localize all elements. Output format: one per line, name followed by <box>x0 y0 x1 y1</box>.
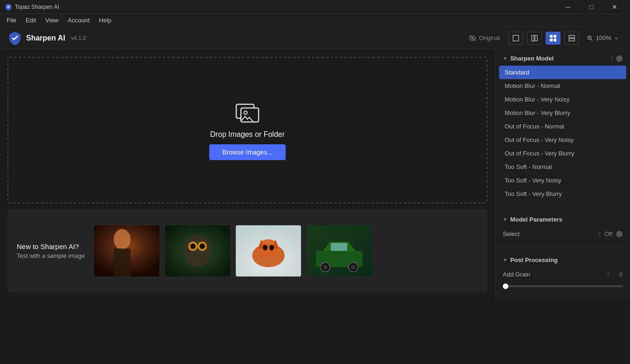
svg-point-32 <box>263 245 267 250</box>
sharpen-model-arrow: ▼ <box>503 56 507 61</box>
add-grain-slider-row <box>495 282 630 291</box>
model-item-motion-blur-very-blurry[interactable]: Motion Blur - Very Blurry <box>499 106 626 120</box>
add-grain-param-row: Add Grain ? 0 <box>495 267 630 282</box>
svg-point-39 <box>323 265 328 270</box>
svg-rect-7 <box>550 39 553 41</box>
svg-rect-20 <box>114 249 130 276</box>
sample-image-person[interactable] <box>94 225 159 276</box>
menu-item-edit[interactable]: Edit <box>21 15 41 26</box>
select-param-row: Select ? Off <box>495 227 630 241</box>
app-name: Sharpen AI <box>26 34 65 42</box>
svg-rect-5 <box>550 35 553 38</box>
model-parameters-title: Model Parameters <box>510 216 623 223</box>
menubar: FileEditViewAccountHelp <box>0 14 630 27</box>
browse-images-button[interactable]: Browse Images... <box>209 144 286 160</box>
original-view-button[interactable]: Original <box>464 33 505 44</box>
add-grain-value: 0 <box>613 271 623 278</box>
sample-images-bar: New to Sharpen AI? Test with a sample im… <box>7 209 487 293</box>
menu-item-help[interactable]: Help <box>94 15 116 26</box>
sidebar: ▼ Sharpen Model ? StandardMotion Blur - … <box>495 49 630 300</box>
menu-item-file[interactable]: File <box>2 15 21 26</box>
select-toggle[interactable] <box>616 231 623 237</box>
menu-item-account[interactable]: Account <box>63 15 94 26</box>
sample-image-fox[interactable] <box>236 225 301 276</box>
logo-icon <box>7 31 22 46</box>
model-parameters-header[interactable]: ▼ Model Parameters <box>495 212 630 227</box>
window-controls: ─ □ ✕ <box>557 0 625 14</box>
app-version: v4.1.0 <box>71 35 86 41</box>
zoom-icon <box>587 35 593 41</box>
view-single-button[interactable] <box>508 32 523 45</box>
view-split-button[interactable] <box>527 32 542 45</box>
model-parameters-arrow: ▼ <box>503 217 507 222</box>
sample-subtitle: Test with a sample image <box>17 252 85 259</box>
select-help[interactable]: ? <box>598 231 601 237</box>
svg-point-25 <box>190 243 196 249</box>
svg-rect-3 <box>532 35 534 41</box>
minimize-button[interactable]: ─ <box>557 0 579 14</box>
model-list: StandardMotion Blur - NormalMotion Blur … <box>495 66 630 201</box>
zoom-control[interactable]: 100% <box>583 33 623 43</box>
model-item-standard[interactable]: Standard <box>499 66 626 79</box>
chevron-down-icon <box>614 36 619 40</box>
app-icon <box>5 3 12 11</box>
svg-rect-4 <box>535 35 537 41</box>
sharpen-model-title: Sharpen Model <box>510 55 608 62</box>
sample-image-car[interactable] <box>307 225 372 276</box>
window-title: Topaz Sharpen AI <box>15 4 557 10</box>
svg-rect-8 <box>554 39 556 41</box>
drop-text: Drop Images or Folder <box>210 130 285 139</box>
svg-point-19 <box>114 229 130 249</box>
titlebar: Topaz Sharpen AI ─ □ ✕ <box>0 0 630 14</box>
model-item-out-of-focus-very-noisy[interactable]: Out of Focus - Very Noisy <box>499 133 626 147</box>
model-item-too-soft-very-noisy[interactable]: Too Soft - Very Noisy <box>499 174 626 187</box>
model-item-motion-blur-normal[interactable]: Motion Blur - Normal <box>499 79 626 93</box>
svg-point-22 <box>184 235 212 267</box>
model-item-too-soft-very-blurry[interactable]: Too Soft - Very Blurry <box>499 187 626 201</box>
model-item-motion-blur-very-noisy[interactable]: Motion Blur - Very Noisy <box>499 93 626 106</box>
post-processing-arrow: ▼ <box>503 257 507 263</box>
original-label: Original <box>479 34 500 41</box>
svg-rect-2 <box>513 35 519 41</box>
add-grain-slider[interactable] <box>503 285 623 287</box>
svg-point-26 <box>199 243 205 249</box>
sharpen-model-toggle[interactable] <box>616 55 623 62</box>
svg-rect-36 <box>331 243 347 251</box>
svg-line-12 <box>591 39 592 40</box>
svg-point-33 <box>269 245 274 250</box>
eye-icon <box>469 34 476 42</box>
model-item-out-of-focus-very-blurry[interactable]: Out of Focus - Very Blurry <box>499 147 626 160</box>
sharpen-model-help[interactable]: ? <box>610 56 613 61</box>
dropzone[interactable]: Drop Images or Folder Browse Images... <box>7 57 487 203</box>
select-value: Off <box>604 230 612 237</box>
post-processing-title: Post Processing <box>510 256 623 263</box>
main-canvas: Drop Images or Folder Browse Images... N… <box>0 49 495 300</box>
toolbar-view-controls: Original 100% <box>464 32 623 45</box>
svg-rect-6 <box>554 35 556 38</box>
svg-point-40 <box>351 265 356 270</box>
select-label: Select <box>503 230 594 237</box>
sidebar-separator-1 <box>495 206 630 207</box>
model-item-out-of-focus-normal[interactable]: Out of Focus - Normal <box>499 120 626 133</box>
view-grid-button[interactable] <box>546 32 561 45</box>
app-logo: Sharpen AI v4.1.0 <box>7 31 464 46</box>
add-grain-slider-thumb[interactable] <box>503 283 508 289</box>
drop-images-icon <box>233 101 262 125</box>
maximize-button[interactable]: □ <box>581 0 602 14</box>
sidebar-separator-2 <box>495 247 630 247</box>
model-item-too-soft-normal[interactable]: Too Soft - Normal <box>499 160 626 174</box>
svg-rect-16 <box>241 108 259 122</box>
svg-rect-9 <box>569 35 575 38</box>
toolbar: Sharpen AI v4.1.0 Original <box>0 27 630 49</box>
view-compare-button[interactable] <box>564 32 579 45</box>
post-processing-header[interactable]: ▼ Post Processing <box>495 253 630 267</box>
sample-title: New to Sharpen AI? <box>17 243 85 250</box>
add-grain-label: Add Grain <box>503 271 603 278</box>
add-grain-help[interactable]: ? <box>607 272 609 277</box>
sharpen-model-header[interactable]: ▼ Sharpen Model ? <box>495 49 630 66</box>
sample-text-block: New to Sharpen AI? Test with a sample im… <box>17 243 85 259</box>
menu-item-view[interactable]: View <box>41 15 63 26</box>
close-button[interactable]: ✕ <box>604 0 625 14</box>
sample-image-owl[interactable] <box>165 225 230 276</box>
content-area: Drop Images or Folder Browse Images... N… <box>0 49 630 300</box>
